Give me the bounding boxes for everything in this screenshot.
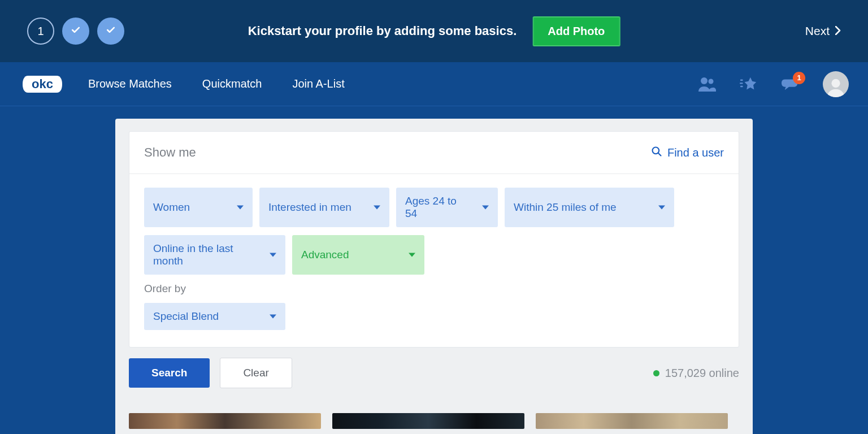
- okc-logo[interactable]: okc: [21, 72, 63, 96]
- caret-down-icon: [374, 206, 380, 210]
- filter-ages[interactable]: Ages 24 to 54: [396, 188, 498, 227]
- online-dot-icon: [653, 370, 659, 376]
- caret-down-icon: [409, 253, 415, 257]
- messages-icon[interactable]: 1: [781, 76, 800, 93]
- check-icon: [105, 24, 116, 38]
- result-thumb[interactable]: [332, 413, 524, 429]
- find-user-label: Find a user: [667, 146, 724, 159]
- next-button[interactable]: Next: [805, 24, 841, 38]
- search-button[interactable]: Search: [129, 358, 210, 388]
- filter-interest[interactable]: Interested in men: [259, 188, 389, 227]
- next-label: Next: [805, 24, 830, 38]
- message-badge: 1: [793, 72, 805, 84]
- result-thumb[interactable]: [536, 413, 728, 429]
- step-2-indicator: [62, 18, 89, 45]
- caret-down-icon: [237, 206, 244, 210]
- star-icon[interactable]: [739, 76, 758, 93]
- chevron-right-icon: [835, 24, 841, 38]
- step-3-indicator: [97, 18, 124, 45]
- filter-activity[interactable]: Online in the last month: [144, 235, 285, 275]
- caret-down-icon: [270, 253, 276, 257]
- svg-point-6: [831, 79, 840, 87]
- order-by-label: Order by: [144, 283, 724, 295]
- result-thumbnails: [129, 413, 739, 429]
- filter-distance[interactable]: Within 25 miles of me: [505, 188, 674, 227]
- online-count: 157,029 online: [653, 367, 739, 380]
- online-count-text: 157,029 online: [665, 367, 739, 380]
- check-icon: [70, 24, 81, 38]
- banner-headline: Kickstart your profile by adding some ba…: [248, 24, 517, 38]
- people-icon[interactable]: [697, 76, 717, 93]
- order-by-select[interactable]: Special Blend: [144, 303, 285, 330]
- svg-text:okc: okc: [32, 77, 53, 91]
- clear-button[interactable]: Clear: [220, 358, 292, 388]
- filter-card: Show me Find a user Women Interested in …: [129, 131, 739, 348]
- search-panel: Show me Find a user Women Interested in …: [115, 119, 753, 434]
- nav-join-a-list[interactable]: Join A-List: [292, 77, 344, 90]
- caret-down-icon: [270, 315, 276, 319]
- svg-rect-3: [740, 79, 743, 80]
- nav-quickmatch[interactable]: Quickmatch: [202, 77, 262, 90]
- caret-down-icon: [482, 206, 489, 210]
- main-nav: okc Browse Matches Quickmatch Join A-Lis…: [0, 62, 868, 106]
- result-thumb[interactable]: [129, 413, 321, 429]
- onboarding-banner: 1 Kickstart your profile by adding some …: [0, 0, 868, 62]
- caret-down-icon: [658, 206, 665, 210]
- nav-browse-matches[interactable]: Browse Matches: [88, 77, 172, 90]
- svg-point-2: [709, 79, 714, 84]
- add-photo-button[interactable]: Add Photo: [532, 16, 620, 46]
- filter-advanced[interactable]: Advanced: [292, 235, 424, 275]
- find-user-link[interactable]: Find a user: [651, 146, 724, 160]
- svg-rect-4: [740, 83, 743, 84]
- svg-rect-5: [740, 85, 743, 86]
- filter-gender[interactable]: Women: [144, 188, 253, 227]
- avatar[interactable]: [823, 71, 849, 97]
- search-icon: [651, 146, 662, 160]
- progress-steps: 1: [27, 18, 124, 45]
- svg-point-1: [701, 77, 708, 84]
- step-1-indicator: 1: [27, 18, 54, 45]
- show-me-heading: Show me: [144, 145, 196, 160]
